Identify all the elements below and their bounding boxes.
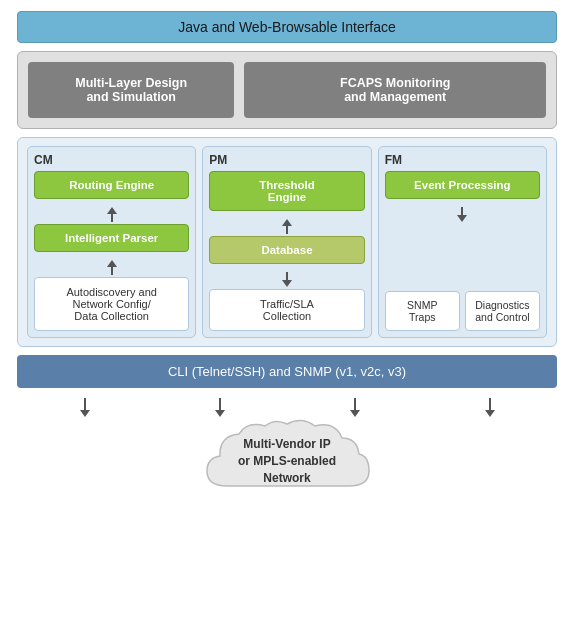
cli-cloud-arrows [17,398,557,416]
col-pm: PM Threshold Engine Database Traffic/SLA… [202,146,371,338]
arrow-up-2 [107,260,117,275]
arrow-up-3 [282,219,292,234]
multi-layer-design-box: Multi-Layer Design and Simulation [28,62,234,118]
arrow-dl-1 [80,398,90,417]
database-box: Database [209,236,364,264]
cli-bar: CLI (Telnet/SSH) and SNMP (v1, v2c, v3) [17,355,557,388]
fm-sub-row: SNMP Traps Diagnostics and Control [385,291,540,331]
arrow-down-1 [282,272,292,287]
diagnostics-box: Diagnostics and Control [465,291,540,331]
threshold-engine-box: Threshold Engine [209,171,364,211]
top-bar: Java and Web-Browsable Interface [17,11,557,43]
col-fm-label: FM [385,153,402,167]
autodiscovery-box: Autodiscovery and Network Config/ Data C… [34,277,189,331]
col-cm: CM Routing Engine Intelligent Parser Aut… [27,146,196,338]
col-cm-label: CM [34,153,53,167]
arrow-dl-4 [485,398,495,417]
snmp-traps-box: SNMP Traps [385,291,460,331]
col-pm-label: PM [209,153,227,167]
fcaps-monitoring-box: FCAPS Monitoring and Management [244,62,546,118]
gray-box: Multi-Layer Design and Simulation FCAPS … [17,51,557,129]
cloud-shape: Multi-Vendor IP or MPLS-enabled Network [187,416,387,506]
routing-engine-box: Routing Engine [34,171,189,199]
cloud-area: Multi-Vendor IP or MPLS-enabled Network [17,416,557,506]
arrow-dl-2 [215,398,225,417]
arrow-dl-3 [350,398,360,417]
col-fm: FM Event Processing SNMP Traps Diagnosti… [378,146,547,338]
event-processing-box: Event Processing [385,171,540,199]
arrow-down-2 [457,207,467,222]
traffic-sla-box: Traffic/SLA Collection [209,289,364,331]
arrow-up-1 [107,207,117,222]
intelligent-parser-box: Intelligent Parser [34,224,189,252]
main-area: CM Routing Engine Intelligent Parser Aut… [17,137,557,347]
